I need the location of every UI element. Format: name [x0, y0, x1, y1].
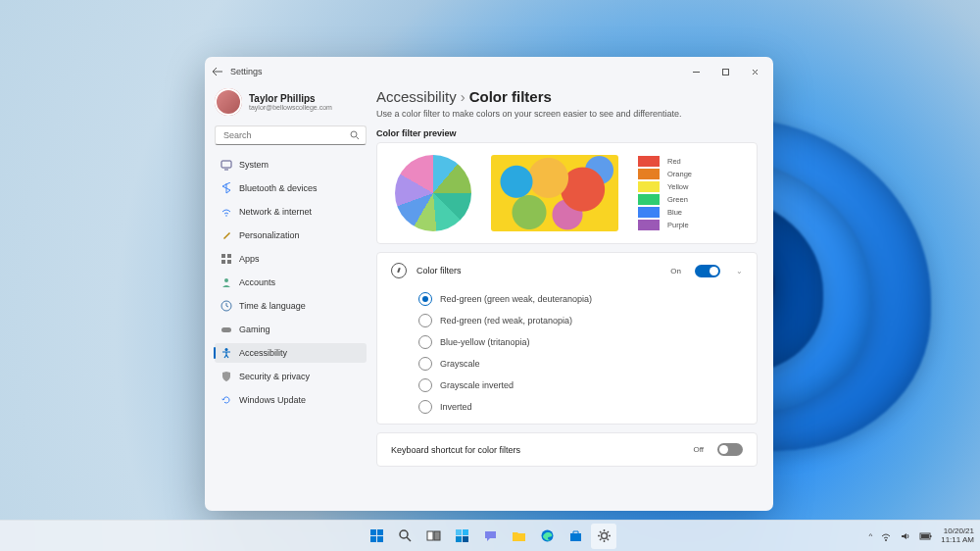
filter-option[interactable]: Inverted	[418, 400, 743, 414]
svg-point-11	[224, 278, 228, 282]
search-box[interactable]	[215, 125, 367, 145]
avatar	[215, 88, 242, 116]
swatch-label: Red	[667, 156, 692, 167]
swatch-label: Purple	[667, 220, 692, 230]
svg-rect-18	[377, 536, 383, 542]
svg-rect-25	[456, 536, 462, 542]
back-button[interactable]	[213, 67, 222, 76]
filter-option-label: Grayscale	[440, 359, 480, 369]
shortcut-toggle[interactable]	[717, 443, 743, 456]
nav-time[interactable]: Time & language	[215, 296, 367, 316]
wifi-icon	[220, 206, 232, 218]
nav-system[interactable]: System	[215, 155, 367, 175]
shortcut-label: Keyboard shortcut for color filters	[391, 445, 683, 455]
nav-personalization[interactable]: Personalization	[215, 225, 367, 245]
breadcrumb: Accessibility›Color filters	[376, 88, 758, 105]
tray-volume-icon[interactable]	[900, 530, 911, 542]
filter-option-label: Inverted	[440, 402, 472, 412]
filter-option[interactable]: Grayscale	[418, 357, 743, 371]
taskbar-clock[interactable]: 10/20/21 11:11 AM	[941, 527, 974, 545]
user-name: Taylor Phillips	[249, 93, 332, 104]
radio-icon	[418, 314, 432, 327]
close-button[interactable]	[740, 62, 769, 81]
svg-point-6	[225, 215, 227, 217]
svg-rect-22	[434, 531, 440, 540]
system-tray[interactable]: ^ 10/20/21 11:11 AM	[868, 527, 974, 545]
task-view[interactable]	[420, 524, 446, 549]
svg-line-37	[607, 531, 609, 533]
nav-accessibility[interactable]: Accessibility	[215, 343, 367, 363]
user-profile[interactable]: Taylor Phillips taylor@bellowscollege.co…	[215, 88, 367, 116]
nav-security[interactable]: Security & privacy	[215, 367, 367, 386]
page-title: Color filters	[469, 88, 552, 105]
svg-rect-9	[221, 260, 225, 264]
swatch	[638, 194, 660, 205]
filter-option-label: Red-green (red weak, protanopia)	[440, 316, 572, 326]
nav-bluetooth[interactable]: Bluetooth & devices	[215, 178, 367, 198]
person-icon	[220, 276, 232, 288]
start-button[interactable]	[364, 524, 389, 549]
svg-point-19	[400, 530, 408, 538]
filter-option[interactable]: Grayscale inverted	[418, 378, 743, 392]
svg-rect-15	[370, 529, 376, 535]
filter-option-label: Grayscale inverted	[440, 380, 514, 390]
store[interactable]	[563, 524, 588, 549]
svg-rect-28	[570, 533, 581, 541]
color-filters-toggle[interactable]	[695, 265, 720, 277]
color-filters-state: On	[670, 267, 681, 276]
svg-rect-13	[221, 327, 231, 332]
nav-network[interactable]: Network & internet	[215, 202, 367, 222]
gaming-icon	[220, 324, 232, 335]
update-icon	[220, 394, 232, 406]
shield-icon	[220, 371, 232, 382]
minimize-button[interactable]	[681, 62, 710, 81]
radio-icon	[418, 335, 432, 349]
tray-chevron-icon[interactable]: ^	[868, 531, 872, 540]
swatch	[638, 181, 660, 192]
file-explorer[interactable]	[506, 524, 531, 549]
preview-pie	[395, 155, 471, 231]
svg-rect-41	[921, 534, 929, 538]
chat[interactable]	[477, 524, 503, 549]
svg-rect-21	[427, 531, 433, 540]
maximize-button[interactable]	[710, 62, 740, 81]
filter-option-label: Blue-yellow (tritanopia)	[440, 337, 530, 347]
tray-wifi-icon[interactable]	[880, 530, 892, 542]
radio-icon	[418, 400, 432, 414]
filter-option[interactable]: Red-green (green weak, deuteranopia)	[418, 292, 743, 306]
titlebar: Settings	[205, 57, 773, 82]
search-input[interactable]	[221, 129, 350, 141]
svg-line-36	[600, 539, 602, 541]
svg-rect-4	[221, 161, 231, 168]
filter-option[interactable]: Blue-yellow (tritanopia)	[418, 335, 743, 349]
settings-taskbar[interactable]	[591, 524, 616, 549]
taskbar-search[interactable]	[392, 524, 417, 549]
user-email: taylor@bellowscollege.com	[249, 104, 332, 111]
nav-accounts[interactable]: Accounts	[215, 273, 367, 292]
filter-option[interactable]: Red-green (red weak, protanopia)	[418, 314, 743, 327]
tray-battery-icon[interactable]	[919, 530, 933, 542]
svg-rect-40	[930, 535, 932, 537]
breadcrumb-parent[interactable]: Accessibility	[376, 88, 457, 105]
nav-apps[interactable]: Apps	[215, 249, 367, 269]
radio-icon	[418, 292, 432, 306]
accessibility-icon	[220, 347, 232, 359]
nav-update[interactable]: Windows Update	[215, 390, 367, 410]
search-icon	[350, 130, 360, 140]
edge[interactable]	[534, 524, 560, 549]
chevron-down-icon[interactable]: ⌄	[736, 267, 743, 276]
widgets[interactable]	[449, 524, 474, 549]
swatch	[638, 220, 660, 230]
svg-rect-1	[722, 69, 728, 75]
shortcut-state: Off	[693, 445, 704, 454]
swatch-label: Orange	[667, 169, 692, 179]
svg-point-38	[885, 539, 887, 541]
preview-photo	[491, 155, 618, 231]
shortcut-card: Keyboard shortcut for color filters Off	[376, 432, 758, 467]
svg-rect-23	[456, 529, 462, 535]
nav-gaming[interactable]: Gaming	[215, 320, 367, 339]
svg-line-35	[607, 539, 609, 541]
page-description: Use a color filter to make colors on you…	[376, 109, 758, 119]
app-title: Settings	[230, 67, 263, 76]
swatch-label: Blue	[667, 207, 692, 218]
